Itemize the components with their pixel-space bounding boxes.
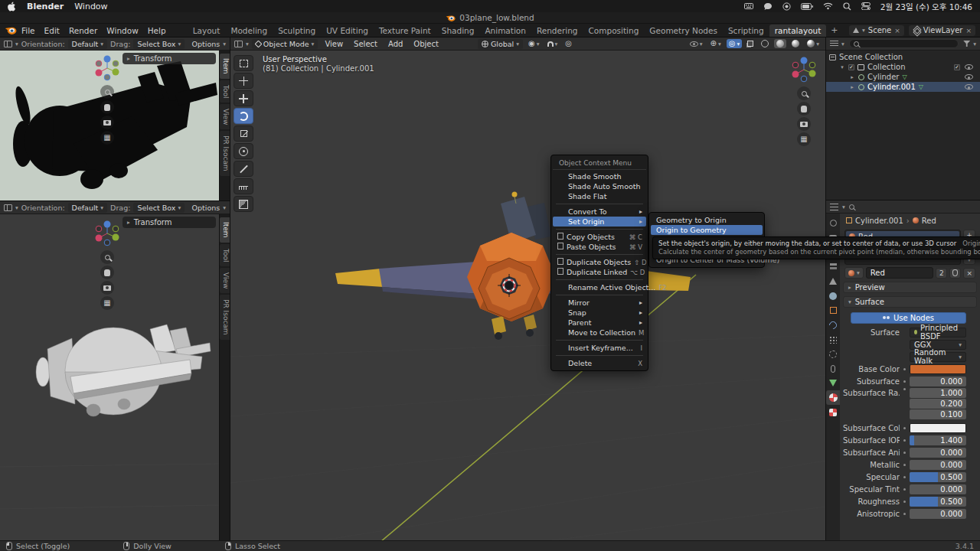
properties-tab-scene[interactable] [826, 274, 840, 289]
workspace-tab-uv-editing[interactable]: UV Editing [321, 24, 374, 37]
axis-gizmo[interactable] [789, 54, 819, 85]
axis-gizmo[interactable] [92, 218, 122, 249]
transform-orientation-dropdown[interactable]: Global▾ [478, 39, 523, 49]
zoom-button[interactable] [797, 86, 811, 100]
zoom-button[interactable] [100, 250, 114, 264]
camera-view-button[interactable] [100, 281, 114, 295]
macos-app-menu[interactable]: Blender [27, 2, 64, 11]
scene-unlink-icon[interactable]: × [894, 27, 900, 34]
zoom-button[interactable] [100, 85, 114, 99]
move-view-button[interactable] [797, 102, 811, 116]
submenu-item-geometry-to-origin[interactable]: Geometry to Origin [651, 215, 763, 225]
topbar-menu-file[interactable]: File [17, 26, 40, 35]
menubar-clock[interactable]: 2월 23일 (수) 오후 10:46 [880, 1, 972, 12]
keyboard-icon[interactable] [744, 2, 753, 10]
properties-tab-material[interactable] [826, 390, 840, 405]
show-gizmo-toggle[interactable]: ⊕▾ [708, 39, 724, 48]
shading-material-button[interactable] [789, 39, 802, 48]
properties-tab-data[interactable] [826, 376, 840, 390]
properties-tab-world[interactable] [826, 289, 840, 303]
menu-item-move-to-collection[interactable]: Move to CollectionM [553, 328, 646, 337]
sidebar-tab-tool[interactable]: Tool [220, 244, 230, 266]
outliner-editor-caret[interactable]: ▾ [841, 41, 844, 47]
workspace-tab-rantalayout[interactable]: rantalayout [769, 24, 827, 37]
properties-editor-caret[interactable]: ▾ [842, 204, 845, 210]
properties-tab-texture[interactable] [826, 405, 840, 419]
animate-dot[interactable] [903, 368, 906, 370]
orientation-dropdown[interactable]: Default▾ [68, 203, 107, 213]
workspace-tab-layout[interactable]: Layout [188, 24, 226, 37]
use-nodes-button[interactable]: Use Nodes [851, 312, 966, 324]
animate-dot[interactable] [903, 439, 906, 442]
editor-type-caret[interactable]: ▾ [15, 204, 18, 211]
slider-metallic[interactable]: 0.000 [910, 460, 966, 470]
surface-panel-header[interactable]: ▾Surface [843, 296, 977, 308]
record-icon[interactable] [782, 2, 791, 11]
slider-specular[interactable]: 0.500 [910, 472, 966, 482]
camera-view-button[interactable] [797, 117, 811, 131]
sidebar-tab-pr-isocam[interactable]: PR Isocam [220, 131, 230, 176]
material-name-field[interactable]: Red [866, 267, 934, 279]
sidebar-tab-view[interactable]: View [220, 268, 230, 293]
workspace-tab-rendering[interactable]: Rendering [531, 24, 583, 37]
transform-panel[interactable]: ▸Transform [122, 217, 216, 228]
properties-tab-particles[interactable] [826, 332, 840, 347]
viewport-scene[interactable] [230, 51, 825, 540]
menu-item-shade-flat[interactable]: Shade Flat [553, 191, 646, 201]
sidebar-tab-tool[interactable]: Tool [220, 80, 230, 103]
animate-dot[interactable] [903, 500, 906, 503]
tool-transform[interactable] [234, 143, 253, 159]
snap-toggle[interactable]: ▾ [545, 40, 560, 48]
toggle-xray-button[interactable] [745, 40, 756, 47]
topbar-menu-edit[interactable]: Edit [40, 26, 64, 35]
slider-subsurface-ior[interactable]: 1.400 [910, 435, 966, 445]
animate-dot[interactable] [903, 380, 906, 383]
outliner-row-cylinder[interactable]: ▸Cylinder▽ [826, 72, 980, 82]
control-center-icon[interactable] [861, 2, 871, 10]
expand-icon[interactable]: ▸ [849, 74, 855, 80]
apple-menu-icon[interactable] [8, 2, 16, 11]
tool-add-cube[interactable] [234, 196, 253, 212]
axis-gizmo[interactable] [92, 53, 122, 83]
checkbox-icon[interactable] [954, 64, 960, 70]
menu-item-mirror[interactable]: Mirror▸ [553, 298, 646, 308]
move-view-button[interactable] [100, 266, 114, 279]
outliner-editor-icon[interactable] [830, 41, 838, 47]
outliner-row-scene-collection[interactable]: Scene Collection [826, 52, 980, 62]
object-menu[interactable]: Object [410, 40, 443, 48]
topbar-menu-help[interactable]: Help [143, 26, 171, 35]
menu-item-delete[interactable]: DeleteX [553, 358, 646, 368]
viewlayer-remove-icon[interactable]: × [965, 27, 972, 34]
eye-icon[interactable] [965, 84, 973, 90]
add-workspace-button[interactable]: + [826, 25, 842, 35]
editor-type-icon[interactable] [234, 41, 243, 47]
expand-icon[interactable]: ▾ [839, 64, 845, 70]
surface-shader-dropdown[interactable]: Principled BSDF [910, 328, 966, 337]
tool-measure[interactable] [234, 178, 253, 194]
menu-item-parent[interactable]: Parent▸ [553, 318, 646, 328]
menu-item-shade-smooth[interactable]: Shade Smooth [553, 171, 646, 181]
fake-user-button[interactable] [949, 268, 961, 279]
preview-panel-header[interactable]: ▸Preview [843, 282, 977, 293]
topbar-menu-render[interactable]: Render [64, 26, 102, 35]
animate-dot[interactable] [903, 476, 906, 478]
viewport-canvas-silhouette[interactable]: ▸Transform ▦ [0, 51, 219, 201]
tool-move[interactable] [234, 90, 253, 106]
properties-tab-constraints[interactable] [826, 361, 840, 376]
menu-item-rename-active-object[interactable]: Rename Active Object...F2 [553, 282, 646, 292]
menu-item-set-origin[interactable]: Set Origin▸ [553, 217, 646, 227]
options-dropdown[interactable]: Options [192, 204, 220, 212]
menu-item-snap[interactable]: Snap▸ [553, 308, 646, 318]
eye-icon[interactable] [965, 64, 973, 70]
menu-item-insert-keyframe[interactable]: Insert Keyframe...I [553, 343, 646, 353]
object-visibility-dropdown[interactable]: ▾ [688, 40, 705, 48]
outliner-row-cylinder-001[interactable]: ▸Cylinder.001▽ [826, 82, 980, 92]
properties-tab-modifiers[interactable] [826, 318, 840, 332]
menu-item-duplicate-linked[interactable]: Duplicate Linked⌥ D [553, 267, 646, 277]
toggle-ortho-button[interactable]: ▦ [797, 132, 811, 146]
main-viewport-canvas[interactable]: User Perspective (81) Collection | Cylin… [230, 51, 825, 540]
eye-icon[interactable] [965, 74, 973, 80]
show-overlays-toggle[interactable]: ◎▾ [727, 39, 743, 48]
properties-tab-physics[interactable] [826, 347, 840, 361]
orientation-dropdown[interactable]: Default▾ [68, 39, 107, 49]
